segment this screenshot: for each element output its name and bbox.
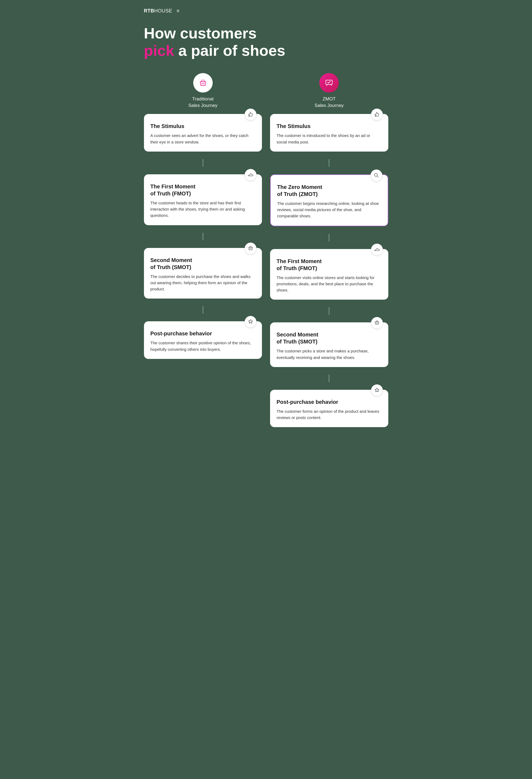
trad-fmot-wrapper: The First Momentof Truth (FMOT) The cust… — [144, 174, 262, 225]
basket-icon-zmot-smot — [374, 320, 380, 326]
trad-fmot-card: The First Momentof Truth (FMOT) The cust… — [144, 174, 262, 225]
title-line1: How customers — [144, 24, 388, 42]
trad-connector-3 — [203, 306, 203, 314]
traditional-column: The Stimulus A customer sees an advert f… — [144, 114, 262, 435]
basket-icon-trad — [198, 78, 208, 88]
zmot-zmot-card: The Zero Momentof Truth (ZMOT) The custo… — [270, 174, 388, 226]
logo: RTBHOUSE — [144, 8, 173, 14]
star-icon-trad-post — [248, 319, 254, 325]
zmot-connector-2 — [329, 234, 329, 241]
trad-post-wrapper: Post-purchase behavior The customer shar… — [144, 321, 262, 359]
title-text-1: How customers — [144, 24, 257, 42]
trad-stimulus-card: The Stimulus A customer sees an advert f… — [144, 114, 262, 152]
zmot-post-title: Post-purchase behavior — [277, 399, 382, 406]
content-area: The Stimulus A customer sees an advert f… — [144, 114, 388, 435]
zmot-label: ZMOT Sales Journey — [315, 96, 344, 109]
zmot-stimulus-card: The Stimulus The customer is introduced … — [270, 114, 388, 152]
trad-fmot-title: The First Momentof Truth (FMOT) — [150, 183, 256, 197]
zmot-stimulus-title: The Stimulus — [277, 123, 382, 130]
zmot-smot-text: The customer picks a store and makes a p… — [277, 348, 382, 361]
trad-smot-wrapper: Second Momentof Truth (SMOT) The custome… — [144, 248, 262, 299]
zmot-smot-wrapper: Second Momentof Truth (SMOT) The custome… — [270, 322, 388, 367]
zmot-zmot-wrapper: The Zero Momentof Truth (ZMOT) The custo… — [270, 174, 388, 226]
traditional-column-header: Traditional Sales Journey — [144, 73, 262, 109]
trad-smot-text: The customer decides to purchase the sho… — [150, 274, 256, 292]
zmot-post-card: Post-purchase behavior The customer form… — [270, 390, 388, 427]
zmot-zmot-title: The Zero Momentof Truth (ZMOT) — [277, 183, 381, 197]
page-wrapper: RTBHOUSE ≡ How customers pick a pair of … — [133, 0, 399, 451]
zmot-icon-circle — [319, 73, 339, 93]
main-title: How customers pick a pair of shoes — [144, 24, 388, 60]
trad-stimulus-wrapper: The Stimulus A customer sees an advert f… — [144, 114, 262, 152]
zmot-smot-card: Second Momentof Truth (SMOT) The custome… — [270, 322, 388, 367]
zmot-stimulus-icon-badge — [371, 109, 383, 120]
trad-post-icon-badge — [245, 316, 257, 328]
trad-smot-card: Second Momentof Truth (SMOT) The custome… — [144, 248, 262, 299]
zmot-fmot-icon-badge — [371, 244, 383, 255]
zmot-column-header: ZMOT Sales Journey — [270, 73, 388, 109]
trad-stimulus-icon-badge — [245, 109, 257, 120]
search-icon-zmot — [374, 172, 379, 178]
trad-fmot-text: The customer heads to the store and has … — [150, 200, 256, 219]
shoe-icon-trad-fmot — [248, 172, 254, 178]
thumb-up-icon-zmot-stim — [374, 112, 380, 117]
zmot-fmot-text: The customer visits online stores and st… — [277, 275, 382, 293]
zmot-fmot-wrapper: The First Momentof Truth (FMOT) The cust… — [270, 249, 388, 300]
traditional-label: Traditional Sales Journey — [188, 96, 217, 109]
zmot-post-text: The customer forms an opinion of the pro… — [277, 408, 382, 421]
zmot-stimulus-text: The customer is introduced to the shoes … — [277, 132, 382, 145]
logo-bold: RTB — [144, 8, 154, 13]
zmot-stimulus-wrapper: The Stimulus The customer is introduced … — [270, 114, 388, 152]
trad-connector-1 — [203, 159, 203, 167]
trad-post-text: The customer shares their positive opini… — [150, 340, 256, 352]
trad-connector-2 — [203, 233, 203, 240]
title-line2: pick a pair of shoes — [144, 42, 388, 59]
star-icon-zmot-post — [374, 387, 380, 393]
traditional-icon-circle — [193, 73, 213, 93]
trad-post-title: Post-purchase behavior — [150, 330, 256, 337]
zmot-column: The Stimulus The customer is introduced … — [270, 114, 388, 435]
zmot-connector-4 — [329, 375, 329, 382]
zmot-zmot-text: The customer begins researching online, … — [277, 200, 381, 219]
zmot-smot-title: Second Momentof Truth (SMOT) — [277, 331, 382, 345]
trad-smot-title: Second Momentof Truth (SMOT) — [150, 257, 256, 271]
trad-stimulus-text: A customer sees an advert for the shoes,… — [150, 132, 256, 145]
basket-icon-trad-smot — [248, 245, 254, 251]
svg-point-7 — [374, 173, 377, 176]
trad-post-card: Post-purchase behavior The customer shar… — [144, 321, 262, 359]
zmot-fmot-title: The First Momentof Truth (FMOT) — [277, 258, 382, 272]
zmot-smot-icon-badge — [371, 317, 383, 329]
logo-light: HOUSE — [154, 8, 173, 13]
zmot-post-icon-badge — [371, 384, 383, 396]
title-text-2: a pair of shoes — [174, 42, 285, 59]
header: RTBHOUSE ≡ — [144, 8, 388, 14]
zmot-connector-1 — [329, 159, 329, 167]
trad-smot-icon-badge — [245, 243, 257, 254]
trad-fmot-icon-badge — [245, 169, 257, 181]
shoe-icon-zmot-fmot — [374, 247, 380, 252]
thumb-up-icon-trad-stim — [248, 112, 254, 117]
zmot-connector-3 — [329, 307, 329, 315]
zmot-header-icon — [324, 78, 334, 88]
zmot-fmot-card: The First Momentof Truth (FMOT) The cust… — [270, 249, 388, 300]
columns-header: Traditional Sales Journey ZMOT Sales Jou… — [144, 73, 388, 109]
zmot-zmot-icon-badge — [371, 169, 382, 181]
title-highlight: pick — [144, 42, 174, 59]
zmot-post-wrapper: Post-purchase behavior The customer form… — [270, 390, 388, 427]
menu-icon[interactable]: ≡ — [177, 8, 180, 14]
trad-stimulus-title: The Stimulus — [150, 123, 256, 130]
